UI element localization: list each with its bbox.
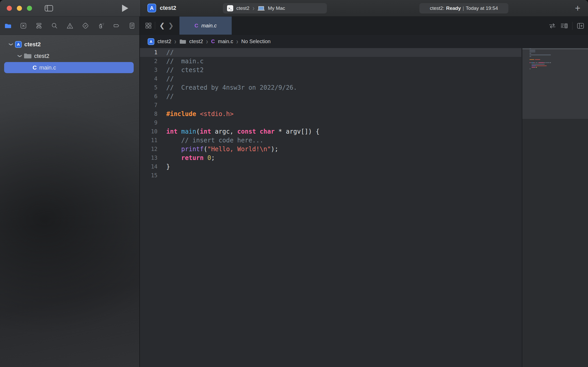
code-line-3[interactable]: 3// ctest2 xyxy=(140,66,521,74)
line-number[interactable]: 1 xyxy=(140,48,162,57)
library-add-button[interactable]: + xyxy=(573,4,582,13)
chevron-separator: › xyxy=(236,37,238,46)
code-text: int main(int argc, const char * argv[]) … xyxy=(166,127,319,136)
run-button[interactable] xyxy=(122,0,128,17)
main-content: ❯Actest2❯ctest2Cmain.c ❮ ❯ C main.c xyxy=(0,17,588,367)
test-navigator-icon[interactable] xyxy=(82,22,89,29)
navigator-sidebar: ❯Actest2❯ctest2Cmain.c xyxy=(0,17,140,367)
code-text: // ctest2 xyxy=(166,66,204,74)
jumpbar-group[interactable]: ctest2 xyxy=(189,39,203,44)
code-text: // Created by 4nsw3r on 2022/9/26. xyxy=(166,83,297,92)
jumpbar-selection[interactable]: No Selection xyxy=(241,39,270,44)
project-navigator-icon[interactable] xyxy=(4,22,12,29)
code-text: } xyxy=(166,162,170,171)
code-line-15[interactable]: 15 xyxy=(140,171,521,180)
report-navigator-icon[interactable] xyxy=(128,22,136,29)
code-line-13[interactable]: 13 return 0; xyxy=(140,154,521,162)
status-project: ctest2: xyxy=(430,5,444,11)
line-number[interactable]: 13 xyxy=(140,154,162,162)
go-forward-icon[interactable]: ❯ xyxy=(167,17,175,35)
activity-view[interactable]: ctest2: Ready | Today at 19:54 xyxy=(419,3,508,13)
line-number[interactable]: 4 xyxy=(140,74,162,83)
tab-label: main.c xyxy=(201,23,217,29)
line-number[interactable]: 9 xyxy=(140,118,162,127)
minimize-button[interactable] xyxy=(17,6,22,11)
jumpbar-project[interactable]: ctest2 xyxy=(157,39,171,44)
line-number[interactable]: 12 xyxy=(140,145,162,154)
code-line-11[interactable]: 11 // insert code here... xyxy=(140,136,521,145)
code-line-7[interactable]: 7 xyxy=(140,101,521,110)
jumpbar-file[interactable]: main.c xyxy=(218,39,233,44)
executable-scheme-icon: >_ xyxy=(227,5,233,11)
add-editor-icon[interactable] xyxy=(577,22,584,29)
disclosure-chevron-icon[interactable]: ❯ xyxy=(18,53,22,59)
xcode-project-icon: A xyxy=(147,4,156,12)
code-line-9[interactable]: 9 xyxy=(140,118,521,127)
find-navigator-icon[interactable] xyxy=(51,22,58,29)
symbol-navigator-icon[interactable] xyxy=(35,22,43,29)
disclosure-chevron-icon[interactable]: ❯ xyxy=(9,41,14,48)
code-line-12[interactable]: 12 printf("Hello, World!\n"); xyxy=(140,145,521,154)
line-number[interactable]: 6 xyxy=(140,92,162,101)
editor-options-icon[interactable] xyxy=(560,22,568,29)
code-review-icon[interactable] xyxy=(548,22,556,29)
line-number[interactable]: 10 xyxy=(140,127,162,136)
related-items-grid-icon[interactable] xyxy=(145,17,152,35)
code-line-2[interactable]: 2// main.c xyxy=(140,57,521,66)
tree-row-main.c[interactable]: Cmain.c xyxy=(0,62,139,73)
line-number[interactable]: 14 xyxy=(140,162,162,171)
c-file-icon: C xyxy=(211,39,215,44)
divider xyxy=(155,22,155,29)
tree-row-ctest2[interactable]: ❯Actest2 xyxy=(0,39,139,50)
tree-label: ctest2 xyxy=(24,41,41,48)
line-number[interactable]: 11 xyxy=(140,136,162,145)
c-file-icon: C xyxy=(33,64,37,71)
chevron-separator: › xyxy=(174,37,176,46)
source-control-navigator-icon[interactable] xyxy=(20,22,27,29)
minimap[interactable] xyxy=(522,48,588,367)
code-text: // xyxy=(166,74,174,83)
code-text: // insert code here... xyxy=(166,136,263,145)
code-line-14[interactable]: 14} xyxy=(140,162,521,171)
code-line-6[interactable]: 6// xyxy=(140,92,521,101)
line-number[interactable]: 2 xyxy=(140,57,162,66)
line-number[interactable]: 5 xyxy=(140,83,162,92)
scheme-name[interactable]: ctest2 xyxy=(236,5,250,11)
toggle-navigator-icon[interactable] xyxy=(44,0,53,17)
xcode-project-icon: A xyxy=(15,41,22,48)
code-line-5[interactable]: 5// Created by 4nsw3r on 2022/9/26. xyxy=(140,83,521,92)
tree-label: ctest2 xyxy=(34,53,49,59)
breakpoint-navigator-icon[interactable] xyxy=(113,22,120,29)
code-line-1[interactable]: 1// xyxy=(140,48,521,57)
line-number[interactable]: 8 xyxy=(140,110,162,118)
titlebar-sidebar-section xyxy=(0,0,140,17)
scheme-selector[interactable]: >_ ctest2 › My Mac xyxy=(223,3,327,13)
zoom-button[interactable] xyxy=(27,6,32,11)
jump-bar: A ctest2 › ctest2 › C main.c › No Select… xyxy=(140,35,588,48)
go-back-icon[interactable]: ❮ xyxy=(158,17,167,35)
line-number[interactable]: 15 xyxy=(140,171,162,180)
line-number[interactable]: 7 xyxy=(140,101,162,110)
code-text: printf("Hello, World!\n"); xyxy=(166,145,278,154)
tree-label: main.c xyxy=(39,64,56,71)
code-text: // xyxy=(166,48,174,57)
code-text: // main.c xyxy=(166,57,204,66)
code-line-4[interactable]: 4// xyxy=(140,74,521,83)
close-button[interactable] xyxy=(7,6,12,11)
xcode-project-icon: A xyxy=(148,38,154,45)
debug-navigator-icon[interactable] xyxy=(97,22,105,29)
tab-main-c[interactable]: C main.c xyxy=(179,17,232,35)
code-text: // xyxy=(166,92,174,101)
run-destination[interactable]: My Mac xyxy=(268,5,285,11)
minimap-visible-region xyxy=(522,48,588,119)
window-controls xyxy=(7,6,32,11)
code-line-10[interactable]: 10int main(int argc, const char * argv[]… xyxy=(140,127,521,136)
line-number[interactable]: 3 xyxy=(140,66,162,74)
issue-navigator-icon[interactable] xyxy=(66,22,74,29)
window-title: ctest2 xyxy=(160,5,176,11)
tree-row-ctest2[interactable]: ❯ctest2 xyxy=(0,50,139,62)
c-file-icon: C xyxy=(194,23,198,29)
code-line-8[interactable]: 8#include <stdio.h> xyxy=(140,110,521,118)
play-icon xyxy=(122,5,128,12)
source-editor[interactable]: 1//2// main.c3// ctest24//5// Created by… xyxy=(140,48,588,367)
